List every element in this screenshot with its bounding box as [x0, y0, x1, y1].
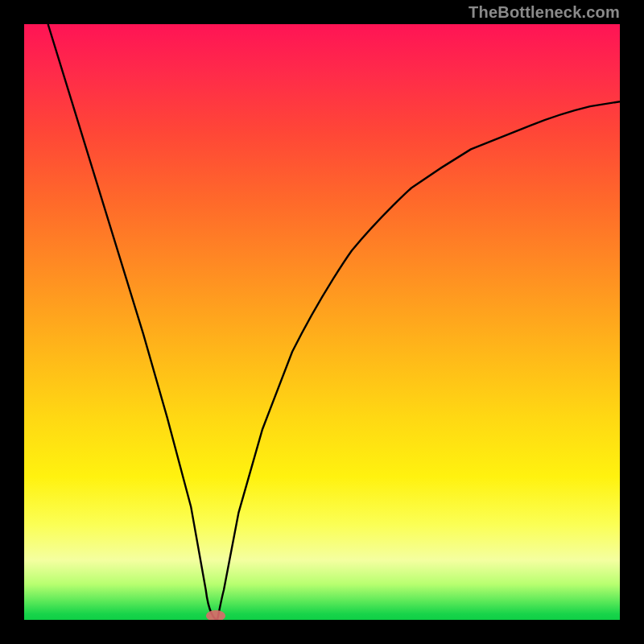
watermark-text: TheBottleneck.com — [469, 3, 620, 22]
chart-frame: TheBottleneck.com — [0, 0, 644, 644]
curve-layer — [24, 24, 620, 620]
optimal-point-marker — [206, 610, 225, 620]
bottleneck-curve — [48, 24, 620, 620]
plot-area — [24, 24, 620, 620]
